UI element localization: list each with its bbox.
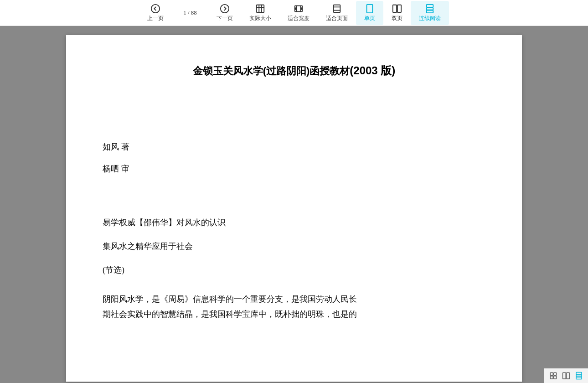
section1: 易学权威【邵伟华】对风水的认识 [103, 214, 485, 231]
fit-width-button[interactable]: 适合宽度 [279, 1, 318, 25]
document-title: 金锁玉关风水学(过路阴阳)函授教材(2003 版) [103, 62, 485, 79]
double-page-button[interactable]: 双页 [383, 1, 411, 25]
prev-page-label: 上一页 [147, 15, 164, 22]
single-page-icon [365, 4, 375, 14]
actual-size-button[interactable]: 实际大小 [241, 1, 279, 25]
title-bold: (2003 版) [350, 64, 395, 77]
svg-rect-13 [393, 5, 397, 12]
svg-rect-16 [427, 8, 433, 10]
bottom-icon-1[interactable] [548, 370, 559, 381]
section3: (节选) [103, 262, 485, 278]
svg-rect-18 [550, 373, 553, 375]
svg-rect-17 [427, 10, 433, 12]
svg-rect-22 [563, 373, 566, 379]
next-page-icon [220, 4, 230, 14]
page-separator: / [186, 9, 191, 16]
actual-size-icon [255, 4, 265, 14]
reviewer-line: 杨晒 审 [103, 160, 485, 178]
bottom-icon-3[interactable] [573, 370, 584, 381]
toolbar: 上一页 1 / 88 下一页 实际大小 [0, 0, 588, 26]
body-text-2: 期社会实践中的智慧结晶，是我国科学宝库中，既朴拙的明珠，也是的 [103, 307, 485, 321]
continuous-read-label: 连续阅读 [419, 15, 441, 22]
total-pages: 88 [191, 9, 197, 16]
fit-page-icon [332, 4, 342, 14]
svg-rect-19 [554, 373, 557, 375]
actual-size-label: 实际大小 [249, 15, 271, 22]
title-part1: 金锁玉关风水学 [193, 65, 263, 77]
fit-width-icon [294, 4, 304, 14]
doc-body: 阴阳风水学，是《周易》信息科学的一个重要分支，是我国劳动人民长 期社会实践中的智… [103, 292, 485, 321]
single-page-button[interactable]: 单页 [356, 1, 383, 25]
continuous-read-button[interactable]: 连续阅读 [411, 1, 449, 25]
bottom-bar [544, 368, 588, 383]
continuous-read-icon [425, 4, 435, 14]
document-page: 金锁玉关风水学(过路阴阳)函授教材(2003 版) 如风 著 杨晒 审 易学权威… [66, 35, 522, 382]
fit-width-label: 适合宽度 [288, 15, 309, 22]
svg-point-0 [151, 4, 160, 12]
fit-page-label: 适合页面 [326, 15, 348, 22]
section2: 集风水之精华应用于社会 [103, 238, 485, 254]
single-page-label: 单页 [364, 15, 375, 22]
doc-meta: 如风 著 杨晒 审 [103, 138, 485, 178]
svg-rect-21 [554, 376, 557, 379]
next-page-button[interactable]: 下一页 [208, 1, 241, 25]
svg-rect-9 [334, 5, 340, 12]
next-page-label: 下一页 [217, 15, 233, 22]
prev-page-icon [150, 4, 160, 14]
svg-rect-26 [576, 377, 582, 379]
page-indicator: 1 / 88 [172, 6, 208, 19]
double-page-label: 双页 [392, 15, 402, 22]
svg-rect-15 [427, 4, 433, 7]
svg-rect-25 [576, 375, 582, 377]
svg-rect-12 [367, 4, 373, 12]
svg-rect-23 [567, 373, 570, 379]
double-page-icon [392, 4, 402, 14]
author-line: 如风 著 [103, 138, 485, 156]
body-text-1: 阴阳风水学，是《周易》信息科学的一个重要分支，是我国劳动人民长 [103, 292, 485, 306]
prev-page-button[interactable]: 上一页 [139, 1, 172, 25]
svg-rect-24 [576, 373, 582, 375]
title-part3: 函授教材 [309, 65, 350, 77]
svg-point-1 [221, 4, 229, 12]
title-part2: (过路阴阳) [263, 65, 310, 77]
doc-sections: 易学权威【邵伟华】对风水的认识 集风水之精华应用于社会 (节选) [103, 214, 485, 278]
page-container: 金锁玉关风水学(过路阴阳)函授教材(2003 版) 如风 著 杨晒 审 易学权威… [0, 26, 588, 383]
svg-rect-20 [550, 376, 553, 379]
svg-rect-14 [397, 5, 401, 12]
fit-page-button[interactable]: 适合页面 [318, 1, 356, 25]
bottom-icon-2[interactable] [561, 370, 572, 381]
svg-rect-2 [257, 5, 264, 12]
